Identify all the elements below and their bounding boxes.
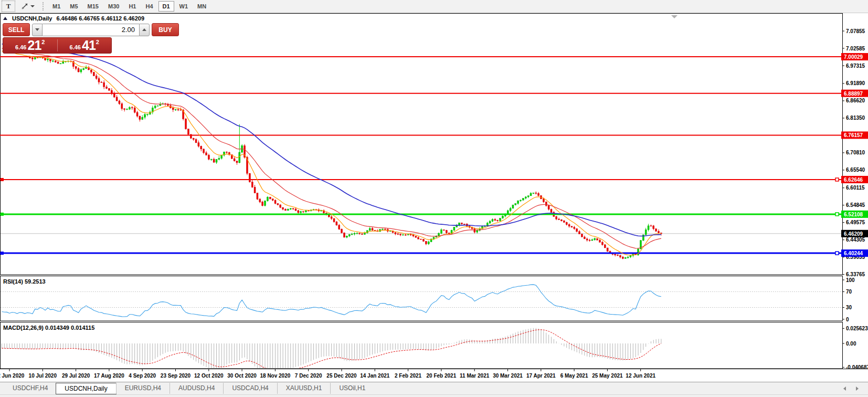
- price-axis[interactable]: [842, 13, 868, 369]
- buy-quote: 6.46 41 2: [58, 38, 112, 53]
- tab-scroll-controls: [842, 385, 868, 392]
- chart-window[interactable]: 7.078557.025856.973156.918906.866206.813…: [0, 13, 868, 382]
- tab-usdcnh-daily[interactable]: USDCNH,Daily: [56, 383, 116, 394]
- buy-price-pips: 41: [82, 39, 96, 52]
- triangle-up-icon: [142, 28, 146, 31]
- chart-title: USDCNH,Daily 6.46486 6.46765 6.46112 6.4…: [3, 15, 144, 22]
- timeframe-button-m1[interactable]: M1: [48, 1, 65, 12]
- volume-spinner: [32, 24, 150, 36]
- rsi-label: RSI(14) 59.2513: [3, 278, 46, 285]
- buy-button[interactable]: BUY: [152, 23, 179, 36]
- one-click-trading-widget: SELL BUY 6.46 21 2: [3, 23, 112, 54]
- chart-tab-bar: USDCHF,H4USDCNH,DailyEURUSD,H4AUDUSD,H4U…: [0, 382, 868, 394]
- timeframe-button-m5[interactable]: M5: [66, 1, 82, 12]
- hline-handle-right[interactable]: [835, 213, 839, 216]
- cursor-arrows-icon: [21, 3, 28, 10]
- timeframe-button-mn[interactable]: MN: [193, 1, 210, 12]
- tab-audusd-h4[interactable]: AUDUSD,H4: [170, 383, 223, 394]
- main-panel-frame: [1, 14, 843, 275]
- hline-handle-right[interactable]: [835, 252, 839, 255]
- volume-input[interactable]: [43, 24, 139, 36]
- dropdown-caret-icon: [30, 5, 35, 7]
- sell-quote: 6.46 21 2: [3, 38, 57, 53]
- timeframe-button-h1[interactable]: H1: [124, 1, 140, 12]
- macd-label: MACD(12,26,9) 0.014349 0.014115: [3, 325, 94, 331]
- hline-handle-left[interactable]: [1, 252, 4, 255]
- sell-price-pipette: 2: [41, 39, 45, 45]
- tabs-scroll-right-button[interactable]: [854, 385, 860, 392]
- tab-usdcad-h4[interactable]: USDCAD,H4: [223, 383, 277, 394]
- time-axis[interactable]: [0, 369, 868, 381]
- timeframe-button-d1[interactable]: D1: [158, 1, 174, 12]
- volume-decrease-button[interactable]: [32, 24, 43, 36]
- quote-panel: 6.46 21 2 6.46 41 2: [3, 37, 112, 54]
- symbol-tabs: USDCHF,H4USDCNH,DailyEURUSD,H4AUDUSD,H4U…: [0, 382, 374, 394]
- text-tool-button[interactable]: T: [2, 1, 15, 12]
- triangle-down-icon: [35, 28, 39, 31]
- top-toolbar: T M1M5M15M30H1H4D1W1MN: [0, 0, 868, 13]
- tab-eurusd-h4[interactable]: EURUSD,H4: [116, 383, 170, 394]
- trade-controls-row: SELL BUY: [3, 23, 112, 36]
- buy-price-pipette: 2: [96, 39, 99, 45]
- mt4-window: T M1M5M15M30H1H4D1W1MN 7.078557.025856.9…: [0, 0, 868, 397]
- rsi-panel-frame: [1, 276, 843, 321]
- collapse-triangle-icon[interactable]: [3, 17, 7, 20]
- timeframe-toolbar: M1M5M15M30H1H4D1W1MN: [48, 1, 211, 12]
- arrow-right-icon: [856, 386, 859, 391]
- timeframe-button-m15[interactable]: M15: [83, 1, 103, 12]
- hline-handle-right[interactable]: [835, 178, 839, 181]
- macd-panel-frame: [1, 322, 843, 369]
- tab-xauusd-h1[interactable]: XAUUSD,H1: [277, 383, 331, 394]
- chart-ohlc-values: 6.46486 6.46765 6.46112 6.46209: [56, 15, 144, 22]
- sell-price-prefix: 6.46: [15, 44, 26, 50]
- buy-price-prefix: 6.46: [70, 44, 81, 50]
- timeframe-button-m30[interactable]: M30: [104, 1, 123, 12]
- volume-increase-button[interactable]: [139, 24, 150, 36]
- tab-usdchf-h4[interactable]: USDCHF,H4: [4, 383, 56, 394]
- text-tool-icon: T: [6, 2, 11, 11]
- chart-canvas[interactable]: 7.078557.025856.973156.918906.866206.813…: [0, 13, 868, 384]
- status-bar: [0, 394, 868, 397]
- tab-usoil-h1[interactable]: USOil,H1: [330, 383, 374, 394]
- sell-price-pips: 21: [27, 39, 41, 52]
- sell-button[interactable]: SELL: [3, 23, 30, 36]
- timeframe-button-w1[interactable]: W1: [175, 1, 193, 12]
- price-chart-svg[interactable]: 7.078557.025856.973156.918906.866206.813…: [0, 13, 868, 382]
- chart-symbol-label: USDCNH,Daily: [12, 15, 52, 22]
- timeframe-button-h4[interactable]: H4: [141, 1, 157, 12]
- cursor-tools-button[interactable]: [18, 1, 37, 12]
- toolbar-grip[interactable]: [43, 2, 44, 11]
- hline-handle-left[interactable]: [1, 213, 4, 216]
- arrow-left-icon: [843, 386, 846, 391]
- tabs-scroll-left-button[interactable]: [842, 385, 847, 392]
- hline-handle-left[interactable]: [1, 178, 4, 181]
